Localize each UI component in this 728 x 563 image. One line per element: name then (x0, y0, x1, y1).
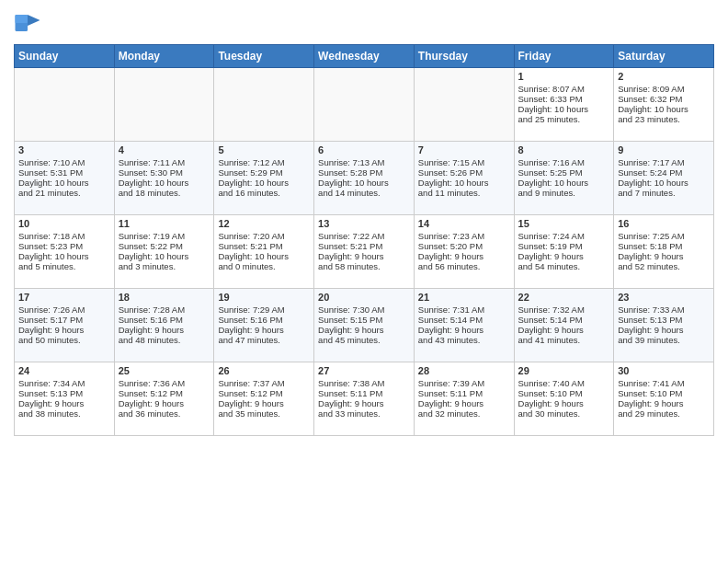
day-number: 29 (518, 365, 610, 376)
day-number: 19 (218, 292, 310, 303)
day-info-line: Sunset: 5:18 PM (618, 241, 710, 251)
day-info-line: Daylight: 9 hours (318, 251, 410, 261)
day-info-line: Sunrise: 7:24 AM (518, 231, 610, 241)
day-number: 23 (618, 292, 710, 303)
weekday-header-tuesday: Tuesday (214, 45, 314, 68)
day-number: 18 (119, 292, 210, 303)
day-number: 21 (418, 292, 510, 303)
calendar-cell: 18Sunrise: 7:28 AMSunset: 5:16 PMDayligh… (114, 289, 214, 362)
calendar-cell: 11Sunrise: 7:19 AMSunset: 5:22 PMDayligh… (114, 215, 214, 289)
calendar-cell (314, 68, 415, 142)
day-info-line: and 5 minutes. (18, 261, 110, 271)
calendar-cell: 20Sunrise: 7:30 AMSunset: 5:15 PMDayligh… (314, 289, 415, 362)
day-info-line: and 9 minutes. (518, 188, 610, 198)
calendar-cell: 3Sunrise: 7:10 AMSunset: 5:31 PMDaylight… (15, 142, 115, 215)
svg-rect-2 (16, 15, 28, 23)
calendar-cell: 29Sunrise: 7:40 AMSunset: 5:10 PMDayligh… (514, 362, 614, 436)
day-info-line: and 21 minutes. (18, 188, 110, 198)
day-info-line: Sunrise: 7:36 AM (119, 378, 210, 388)
day-info-line: Sunset: 5:11 PM (318, 388, 410, 398)
day-info-line: Daylight: 10 hours (18, 251, 110, 261)
day-info-line: Daylight: 9 hours (618, 398, 710, 408)
day-number: 11 (119, 218, 210, 229)
calendar-cell: 13Sunrise: 7:22 AMSunset: 5:21 PMDayligh… (314, 215, 415, 289)
weekday-header-sunday: Sunday (15, 45, 115, 68)
day-info-line: Sunrise: 7:38 AM (318, 378, 410, 388)
day-info-line: Daylight: 10 hours (18, 178, 110, 188)
day-info-line: and 50 minutes. (18, 335, 110, 345)
calendar-cell: 14Sunrise: 7:23 AMSunset: 5:20 PMDayligh… (414, 215, 514, 289)
day-info-line: Sunrise: 7:31 AM (418, 304, 510, 315)
day-info-line: Sunrise: 7:30 AM (318, 304, 410, 315)
day-info-line: Daylight: 10 hours (119, 251, 210, 261)
day-info-line: and 30 minutes. (518, 408, 610, 419)
day-info-line: Daylight: 10 hours (418, 178, 510, 188)
day-info-line: and 33 minutes. (318, 408, 410, 419)
day-info-line: Sunset: 5:24 PM (618, 167, 710, 178)
calendar-cell: 16Sunrise: 7:25 AMSunset: 5:18 PMDayligh… (614, 215, 714, 289)
day-number: 30 (618, 365, 710, 376)
day-info-line: Daylight: 9 hours (218, 398, 310, 408)
day-info-line: and 23 minutes. (618, 114, 710, 124)
day-info-line: Daylight: 10 hours (518, 104, 610, 114)
day-info-line: and 25 minutes. (518, 114, 610, 124)
day-info-line: Sunset: 5:10 PM (618, 388, 710, 398)
day-info-line: Sunrise: 7:12 AM (218, 157, 310, 167)
day-info-line: Sunset: 5:15 PM (318, 315, 410, 325)
calendar-week-5: 24Sunrise: 7:34 AMSunset: 5:13 PMDayligh… (15, 362, 714, 436)
day-info-line: Sunrise: 7:37 AM (218, 378, 310, 388)
calendar-week-3: 10Sunrise: 7:18 AMSunset: 5:23 PMDayligh… (15, 215, 714, 289)
day-info-line: Sunset: 5:21 PM (318, 241, 410, 251)
calendar-cell: 15Sunrise: 7:24 AMSunset: 5:19 PMDayligh… (514, 215, 614, 289)
day-info-line: Daylight: 10 hours (218, 251, 310, 261)
calendar-cell: 8Sunrise: 7:16 AMSunset: 5:25 PMDaylight… (514, 142, 614, 215)
day-info-line: Sunset: 5:11 PM (418, 388, 510, 398)
day-info-line: Sunrise: 7:10 AM (18, 157, 110, 167)
day-info-line: Sunset: 5:19 PM (518, 241, 610, 251)
day-info-line: Daylight: 9 hours (518, 398, 610, 408)
day-info-line: Sunrise: 8:07 AM (518, 84, 610, 94)
calendar-cell: 30Sunrise: 7:41 AMSunset: 5:10 PMDayligh… (614, 362, 714, 436)
day-info-line: Daylight: 9 hours (418, 251, 510, 261)
day-info-line: Sunset: 6:32 PM (618, 94, 710, 104)
day-number: 9 (618, 144, 710, 155)
day-info-line: Sunset: 5:14 PM (418, 315, 510, 325)
day-info-line: Sunrise: 7:16 AM (518, 157, 610, 167)
day-number: 1 (518, 71, 610, 82)
day-info-line: Sunrise: 7:15 AM (418, 157, 510, 167)
calendar-week-1: 1Sunrise: 8:07 AMSunset: 6:33 PMDaylight… (15, 68, 714, 142)
day-info-line: and 43 minutes. (418, 335, 510, 345)
day-info-line: Daylight: 9 hours (618, 251, 710, 261)
day-info-line: and 45 minutes. (318, 335, 410, 345)
day-info-line: and 0 minutes. (218, 261, 310, 271)
day-info-line: Sunrise: 7:18 AM (18, 231, 110, 241)
day-number: 8 (518, 144, 610, 155)
day-info-line: Daylight: 9 hours (18, 325, 110, 335)
calendar-cell: 23Sunrise: 7:33 AMSunset: 5:13 PMDayligh… (614, 289, 714, 362)
day-info-line: Sunset: 5:25 PM (518, 167, 610, 178)
calendar-cell: 9Sunrise: 7:17 AMSunset: 5:24 PMDaylight… (614, 142, 714, 215)
day-info-line: Sunset: 5:12 PM (218, 388, 310, 398)
day-info-line: Sunrise: 7:25 AM (618, 231, 710, 241)
day-info-line: Daylight: 9 hours (418, 398, 510, 408)
weekday-header-thursday: Thursday (414, 45, 514, 68)
day-info-line: Sunrise: 7:34 AM (18, 378, 110, 388)
day-info-line: Daylight: 10 hours (119, 178, 210, 188)
day-info-line: Sunset: 5:13 PM (18, 388, 110, 398)
calendar-cell: 5Sunrise: 7:12 AMSunset: 5:29 PMDaylight… (214, 142, 314, 215)
day-info-line: Daylight: 9 hours (618, 325, 710, 335)
day-info-line: Daylight: 10 hours (618, 104, 710, 114)
day-info-line: Sunrise: 7:22 AM (318, 231, 410, 241)
weekday-header-wednesday: Wednesday (314, 45, 415, 68)
day-info-line: Sunrise: 7:41 AM (618, 378, 710, 388)
day-number: 4 (119, 144, 210, 155)
day-info-line: and 16 minutes. (218, 188, 310, 198)
day-info-line: Daylight: 10 hours (318, 178, 410, 188)
calendar-cell (114, 68, 214, 142)
day-info-line: Daylight: 9 hours (518, 251, 610, 261)
calendar-cell: 27Sunrise: 7:38 AMSunset: 5:11 PMDayligh… (314, 362, 415, 436)
calendar-cell: 12Sunrise: 7:20 AMSunset: 5:21 PMDayligh… (214, 215, 314, 289)
calendar-cell: 7Sunrise: 7:15 AMSunset: 5:26 PMDaylight… (414, 142, 514, 215)
day-info-line: Daylight: 9 hours (18, 398, 110, 408)
day-info-line: Sunrise: 7:13 AM (318, 157, 410, 167)
